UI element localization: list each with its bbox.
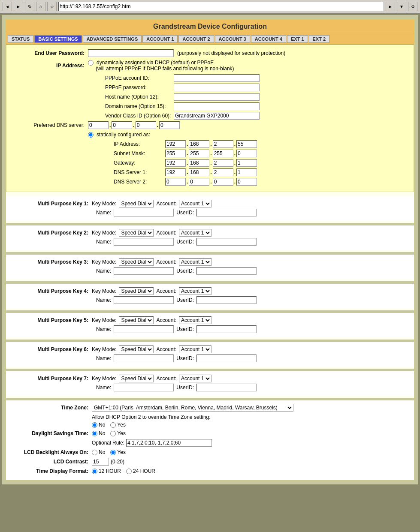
dns1-c[interactable]	[213, 168, 233, 176]
mpkey4-name-row: Name: UserID:	[96, 296, 405, 304]
tab-ext1[interactable]: EXT 1	[287, 35, 308, 43]
tab-ext2[interactable]: EXT 2	[309, 35, 330, 43]
go-button[interactable]: ►	[386, 2, 395, 11]
tab-status[interactable]: STATUS	[8, 35, 33, 43]
dhcp-option2-no-radio[interactable]	[92, 422, 97, 428]
dhcp-option2-yes-radio[interactable]	[110, 422, 116, 428]
mpkey6-name-input[interactable]	[114, 355, 174, 362]
mpkey1-account-select[interactable]: Account 1	[179, 200, 212, 207]
mpkey4-userid-input[interactable]	[196, 296, 257, 304]
lcd-contrast-input[interactable]	[92, 458, 109, 466]
dns1-label: DNS Server 1:	[114, 169, 165, 175]
tab-advanced-settings[interactable]: ADVANCED SETTINGS	[83, 35, 142, 43]
preferred-dns-c[interactable]	[136, 121, 156, 129]
domain-input[interactable]	[174, 102, 260, 110]
gateway-d[interactable]	[236, 159, 257, 167]
optional-rule-input[interactable]	[126, 439, 212, 447]
mpkey2-account-select[interactable]: Account 1	[179, 229, 212, 237]
hour24-radio[interactable]	[126, 469, 132, 474]
gateway-a[interactable]	[165, 159, 186, 167]
dns1-b[interactable]	[189, 168, 209, 176]
mpkey5-account-select[interactable]: Account 1	[179, 316, 212, 324]
mpkey6-account-select[interactable]: Account 1	[179, 346, 212, 353]
mpkey7-inner: Key Mode: Speed Dial Account: Account 1	[92, 375, 212, 382]
timezone-select[interactable]: GMT+1:00 (Paris, Amsterdam, Berlin, Rome…	[92, 404, 293, 412]
mpkey7-account-select[interactable]: Account 1	[179, 375, 212, 382]
lcd-backlight-yes-radio[interactable]	[110, 450, 116, 455]
hour12-radio[interactable]	[92, 469, 97, 474]
mpkey6-userid-input[interactable]	[196, 355, 257, 362]
tab-account2[interactable]: ACCOUNT 2	[178, 35, 214, 43]
mpkey3-userid-input[interactable]	[196, 267, 257, 275]
address-bar[interactable]	[58, 2, 384, 11]
end-user-password-input[interactable]	[88, 49, 174, 57]
static-ip-a[interactable]	[165, 140, 186, 148]
ip-address-row: IP Address: dynamically assigned via DHC…	[11, 60, 409, 72]
home-button[interactable]: ⌂	[36, 2, 45, 11]
lcd-backlight-no-radio[interactable]	[92, 450, 97, 455]
dns1-a[interactable]	[165, 168, 186, 176]
dns2-c[interactable]	[213, 178, 233, 186]
tools-button[interactable]: ⚙	[408, 2, 417, 11]
mpkey7-name-input[interactable]	[114, 384, 174, 391]
mpkey4-account-select[interactable]: Account 1	[179, 287, 212, 295]
mpkey7-keymode-label: Key Mode:	[92, 376, 116, 382]
mpkey2-userid-input[interactable]	[196, 238, 257, 246]
tab-basic-settings[interactable]: BASIC SETTINGS	[34, 35, 82, 43]
mpkey4-name-input[interactable]	[114, 296, 174, 304]
mpkey4-mode-select[interactable]: Speed Dial	[119, 287, 154, 295]
tab-account1[interactable]: ACCOUNT 1	[142, 35, 178, 43]
dst-no-radio[interactable]	[92, 431, 97, 436]
mpkey3-mode-row: Multi Purpose Key 3: Key Mode: Speed Dia…	[15, 258, 405, 266]
dns1-d[interactable]	[236, 168, 257, 176]
timezone-row: Time Zone: GMT+1:00 (Paris, Amsterdam, B…	[15, 404, 405, 412]
mpkey6-mode-select[interactable]: Speed Dial	[119, 346, 154, 353]
hostname-input[interactable]	[174, 93, 260, 101]
mpkey1-mode-select[interactable]: Speed Dial	[119, 200, 154, 207]
reload-button[interactable]: ↻	[25, 2, 34, 11]
mpkey5-userid-input[interactable]	[196, 325, 257, 333]
mpkey3-account-select[interactable]: Account 1	[179, 258, 212, 266]
menu-button[interactable]: ▼	[397, 2, 406, 11]
subnet-b[interactable]	[189, 150, 209, 157]
dns2-d[interactable]	[236, 178, 257, 186]
dns2-a[interactable]	[165, 178, 186, 186]
forward-button[interactable]: ►	[14, 2, 23, 11]
static-ip-c[interactable]	[213, 140, 233, 148]
vendor-input[interactable]	[174, 112, 260, 120]
pppoe-password-input[interactable]	[174, 84, 260, 91]
gateway-c[interactable]	[213, 159, 233, 167]
mpkey2-name-input[interactable]	[114, 238, 174, 246]
static-ip-d[interactable]	[236, 140, 257, 148]
gateway-row: Gateway: . . .	[114, 159, 409, 167]
subnet-d[interactable]	[236, 150, 257, 157]
dhcp-radio[interactable]	[88, 60, 94, 66]
tab-account3[interactable]: ACCOUNT 3	[215, 35, 250, 43]
mpkey3-mode-select[interactable]: Speed Dial	[119, 258, 154, 266]
star-button[interactable]: ☆	[47, 2, 57, 11]
mpkey2-mode-select[interactable]: Speed Dial	[119, 229, 154, 237]
static-ip-label: IP Address:	[114, 141, 165, 147]
back-button[interactable]: ◄	[3, 2, 12, 11]
preferred-dns-d[interactable]	[159, 121, 180, 129]
static-radio[interactable]	[88, 132, 94, 138]
tab-account4[interactable]: ACCOUNT 4	[251, 35, 286, 43]
subnet-a[interactable]	[165, 150, 186, 157]
dst-yes-radio[interactable]	[110, 431, 116, 436]
mpkey4-name-label: Name:	[96, 297, 111, 303]
preferred-dns-a[interactable]	[88, 121, 109, 129]
preferred-dns-b[interactable]	[112, 121, 132, 129]
network-config-section: End User Password: (purposely not displa…	[6, 45, 414, 192]
mpkey7-userid-input[interactable]	[196, 384, 257, 391]
static-ip-b[interactable]	[189, 140, 209, 148]
mpkey5-mode-select[interactable]: Speed Dial	[119, 316, 154, 324]
subnet-c[interactable]	[213, 150, 233, 157]
mpkey7-mode-select[interactable]: Speed Dial	[119, 375, 154, 382]
gateway-b[interactable]	[189, 159, 209, 167]
mpkey1-userid-input[interactable]	[196, 209, 257, 216]
pppoe-account-input[interactable]	[174, 74, 260, 82]
mpkey5-name-input[interactable]	[114, 325, 174, 333]
dns2-b[interactable]	[189, 178, 209, 186]
mpkey3-name-input[interactable]	[114, 267, 174, 275]
mpkey1-name-input[interactable]	[114, 209, 174, 216]
